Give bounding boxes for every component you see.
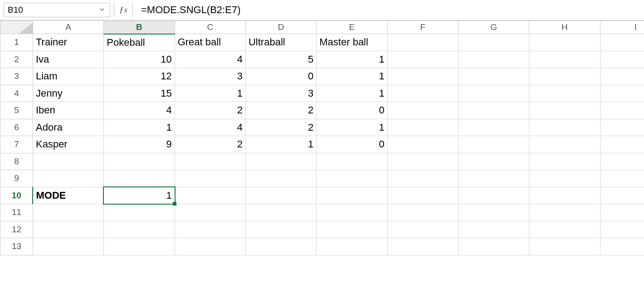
cell-D12[interactable] — [245, 221, 316, 238]
row-header-5[interactable]: 5 — [0, 102, 33, 119]
cell-B4[interactable]: 15 — [104, 85, 175, 102]
cell-A9[interactable] — [33, 170, 103, 187]
cell-A11[interactable] — [33, 204, 103, 221]
cell-G9[interactable] — [458, 170, 529, 187]
cell-E4[interactable]: 1 — [317, 85, 387, 102]
cell-F4[interactable] — [387, 85, 458, 102]
cell-A2[interactable]: Iva — [33, 51, 103, 68]
cell-E3[interactable]: 1 — [317, 68, 387, 85]
cell-I2[interactable] — [600, 51, 644, 68]
cell-C8[interactable] — [175, 153, 245, 170]
cell-I8[interactable] — [600, 153, 644, 170]
cell-C11[interactable] — [175, 204, 245, 221]
cell-E6[interactable]: 1 — [317, 119, 387, 136]
cell-F12[interactable] — [387, 221, 458, 238]
cell-C4[interactable]: 1 — [175, 85, 245, 102]
cell-C5[interactable]: 2 — [175, 102, 245, 119]
cell-I5[interactable] — [600, 102, 644, 119]
cell-I9[interactable] — [600, 170, 644, 187]
cell-F2[interactable] — [387, 51, 458, 68]
cell-D9[interactable] — [245, 170, 316, 187]
cell-G6[interactable] — [458, 119, 529, 136]
cell-I11[interactable] — [600, 204, 644, 221]
cell-I6[interactable] — [600, 119, 644, 136]
cell-D3[interactable]: 0 — [245, 68, 316, 85]
col-header-F[interactable]: F — [387, 21, 458, 34]
row-header-10[interactable]: 10 — [0, 187, 33, 204]
col-header-I[interactable]: I — [600, 21, 644, 34]
cell-A3[interactable]: Liam — [33, 68, 103, 85]
row-header-1[interactable]: 1 — [0, 34, 33, 51]
cell-I7[interactable] — [600, 136, 644, 153]
cell-I3[interactable] — [600, 68, 644, 85]
cell-D6[interactable]: 2 — [245, 119, 316, 136]
cell-B10[interactable]: 1 — [104, 187, 175, 204]
cell-E9[interactable] — [317, 170, 387, 187]
row-header-8[interactable]: 8 — [0, 153, 33, 170]
cell-G5[interactable] — [458, 102, 529, 119]
cell-A12[interactable] — [33, 221, 103, 238]
cell-C10[interactable] — [175, 187, 245, 204]
cell-A13[interactable] — [33, 238, 103, 255]
select-all-corner[interactable] — [0, 21, 33, 34]
cell-B8[interactable] — [104, 153, 175, 170]
cell-F6[interactable] — [387, 119, 458, 136]
cell-G2[interactable] — [458, 51, 529, 68]
cell-D4[interactable]: 3 — [245, 85, 316, 102]
cell-B12[interactable] — [104, 221, 175, 238]
cell-C12[interactable] — [175, 221, 245, 238]
cell-H2[interactable] — [529, 51, 600, 68]
cell-H7[interactable] — [529, 136, 600, 153]
cell-H1[interactable] — [529, 34, 600, 51]
cell-E1[interactable]: Master ball — [317, 34, 387, 51]
cell-F13[interactable] — [387, 238, 458, 255]
cell-G3[interactable] — [458, 68, 529, 85]
cell-C1[interactable]: Great ball — [175, 34, 245, 51]
cell-E10[interactable] — [317, 187, 387, 204]
cell-C3[interactable]: 3 — [175, 68, 245, 85]
cell-H3[interactable] — [529, 68, 600, 85]
cell-B7[interactable]: 9 — [104, 136, 175, 153]
cell-B11[interactable] — [104, 204, 175, 221]
cell-A1[interactable]: Trainer — [33, 34, 103, 51]
cell-H10[interactable] — [529, 187, 600, 204]
cell-A5[interactable]: Iben — [33, 102, 103, 119]
cell-D8[interactable] — [245, 153, 316, 170]
cell-A6[interactable]: Adora — [33, 119, 103, 136]
col-header-B[interactable]: B — [104, 21, 175, 34]
cell-G13[interactable] — [458, 238, 529, 255]
cell-F8[interactable] — [387, 153, 458, 170]
col-header-D[interactable]: D — [245, 21, 316, 34]
row-header-7[interactable]: 7 — [0, 136, 33, 153]
cell-I10[interactable] — [600, 187, 644, 204]
row-header-6[interactable]: 6 — [0, 119, 33, 136]
cell-A7[interactable]: Kasper — [33, 136, 103, 153]
cell-C13[interactable] — [175, 238, 245, 255]
col-header-C[interactable]: C — [175, 21, 245, 34]
cell-G7[interactable] — [458, 136, 529, 153]
cell-A4[interactable]: Jenny — [33, 85, 103, 102]
row-header-3[interactable]: 3 — [0, 68, 33, 85]
cell-G4[interactable] — [458, 85, 529, 102]
col-header-E[interactable]: E — [317, 21, 387, 34]
cell-H8[interactable] — [529, 153, 600, 170]
cell-E5[interactable]: 0 — [317, 102, 387, 119]
cell-F10[interactable] — [387, 187, 458, 204]
row-header-2[interactable]: 2 — [0, 51, 33, 68]
cell-B6[interactable]: 1 — [104, 119, 175, 136]
row-header-4[interactable]: 4 — [0, 85, 33, 102]
cell-I1[interactable] — [600, 34, 644, 51]
row-header-12[interactable]: 12 — [0, 221, 33, 238]
cell-F3[interactable] — [387, 68, 458, 85]
cell-I12[interactable] — [600, 221, 644, 238]
cell-D1[interactable]: Ultraball — [245, 34, 316, 51]
cell-G11[interactable] — [458, 204, 529, 221]
cell-H6[interactable] — [529, 119, 600, 136]
cell-B13[interactable] — [104, 238, 175, 255]
name-box[interactable]: B10 — [4, 3, 110, 17]
formula-input[interactable]: =MODE.SNGL(B2:E7) — [137, 3, 640, 17]
cell-F7[interactable] — [387, 136, 458, 153]
cell-F9[interactable] — [387, 170, 458, 187]
cell-H4[interactable] — [529, 85, 600, 102]
cell-A10[interactable]: MODE — [33, 187, 103, 204]
